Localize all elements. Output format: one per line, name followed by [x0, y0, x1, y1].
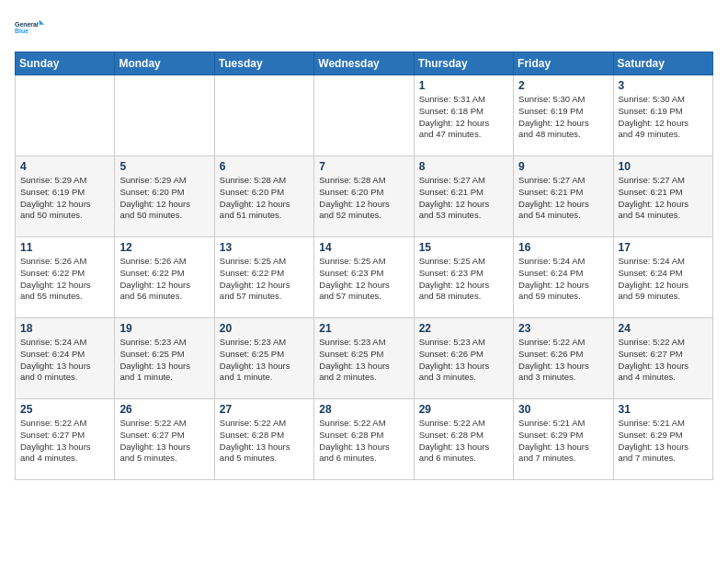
day-info: Sunrise: 5:22 AMSunset: 6:27 PMDaylight:…	[119, 418, 209, 465]
svg-marker-2	[40, 19, 44, 24]
day-header-thursday: Thursday	[414, 52, 513, 75]
day-info: Sunrise: 5:25 AMSunset: 6:23 PMDaylight:…	[319, 256, 408, 303]
day-number: 31	[619, 403, 708, 416]
day-number: 30	[518, 403, 608, 416]
day-number: 18	[20, 322, 109, 335]
day-number: 1	[419, 79, 508, 92]
day-info: Sunrise: 5:22 AMSunset: 6:28 PMDaylight:…	[319, 418, 408, 465]
day-info: Sunrise: 5:22 AMSunset: 6:26 PMDaylight:…	[518, 337, 608, 384]
day-info: Sunrise: 5:21 AMSunset: 6:29 PMDaylight:…	[619, 418, 708, 465]
calendar-cell: 18Sunrise: 5:24 AMSunset: 6:24 PMDayligh…	[16, 318, 115, 399]
day-number: 13	[220, 241, 309, 254]
day-number: 20	[220, 322, 309, 335]
day-info: Sunrise: 5:29 AMSunset: 6:19 PMDaylight:…	[20, 175, 109, 222]
calendar-table: SundayMondayTuesdayWednesdayThursdayFrid…	[15, 52, 713, 480]
day-number: 25	[20, 403, 109, 416]
calendar-cell: 28Sunrise: 5:22 AMSunset: 6:28 PMDayligh…	[314, 399, 414, 480]
calendar-cell	[16, 75, 115, 156]
calendar-cell: 10Sunrise: 5:27 AMSunset: 6:21 PMDayligh…	[613, 156, 712, 237]
day-number: 11	[20, 241, 109, 254]
day-number: 10	[619, 160, 708, 173]
day-number: 21	[319, 322, 408, 335]
day-info: Sunrise: 5:24 AMSunset: 6:24 PMDaylight:…	[518, 256, 608, 303]
day-info: Sunrise: 5:26 AMSunset: 6:22 PMDaylight:…	[20, 256, 109, 303]
day-header-saturday: Saturday	[613, 52, 712, 75]
day-number: 15	[419, 241, 508, 254]
calendar-cell: 13Sunrise: 5:25 AMSunset: 6:22 PMDayligh…	[214, 237, 313, 318]
day-number: 17	[619, 241, 708, 254]
calendar-cell: 6Sunrise: 5:28 AMSunset: 6:20 PMDaylight…	[214, 156, 313, 237]
page-header: GeneralBlue	[15, 15, 713, 40]
day-header-tuesday: Tuesday	[214, 52, 313, 75]
day-info: Sunrise: 5:29 AMSunset: 6:20 PMDaylight:…	[119, 175, 209, 222]
calendar-cell: 16Sunrise: 5:24 AMSunset: 6:24 PMDayligh…	[514, 237, 613, 318]
calendar-cell: 29Sunrise: 5:22 AMSunset: 6:28 PMDayligh…	[414, 399, 513, 480]
day-info: Sunrise: 5:25 AMSunset: 6:23 PMDaylight:…	[419, 256, 508, 303]
calendar-cell: 25Sunrise: 5:22 AMSunset: 6:27 PMDayligh…	[16, 399, 115, 480]
day-header-friday: Friday	[514, 52, 613, 75]
logo-icon: GeneralBlue	[15, 15, 44, 40]
calendar-cell: 17Sunrise: 5:24 AMSunset: 6:24 PMDayligh…	[613, 237, 712, 318]
day-number: 7	[319, 160, 408, 173]
calendar-cell: 5Sunrise: 5:29 AMSunset: 6:20 PMDaylight…	[115, 156, 214, 237]
calendar-cell: 19Sunrise: 5:23 AMSunset: 6:25 PMDayligh…	[115, 318, 214, 399]
calendar-cell	[214, 75, 313, 156]
day-number: 5	[119, 160, 209, 173]
calendar-header-row: SundayMondayTuesdayWednesdayThursdayFrid…	[16, 52, 713, 75]
day-info: Sunrise: 5:27 AMSunset: 6:21 PMDaylight:…	[419, 175, 508, 222]
calendar-cell: 22Sunrise: 5:23 AMSunset: 6:26 PMDayligh…	[414, 318, 513, 399]
calendar-cell: 3Sunrise: 5:30 AMSunset: 6:19 PMDaylight…	[613, 75, 712, 156]
calendar-cell: 9Sunrise: 5:27 AMSunset: 6:21 PMDaylight…	[514, 156, 613, 237]
calendar-cell: 27Sunrise: 5:22 AMSunset: 6:28 PMDayligh…	[214, 399, 313, 480]
day-number: 6	[220, 160, 309, 173]
day-number: 9	[518, 160, 608, 173]
day-info: Sunrise: 5:27 AMSunset: 6:21 PMDaylight:…	[619, 175, 708, 222]
day-number: 29	[419, 403, 508, 416]
calendar-cell: 14Sunrise: 5:25 AMSunset: 6:23 PMDayligh…	[314, 237, 414, 318]
day-number: 19	[119, 322, 209, 335]
svg-text:Blue: Blue	[15, 28, 28, 34]
day-info: Sunrise: 5:30 AMSunset: 6:19 PMDaylight:…	[518, 94, 608, 141]
calendar-cell: 8Sunrise: 5:27 AMSunset: 6:21 PMDaylight…	[414, 156, 513, 237]
week-row-2: 4Sunrise: 5:29 AMSunset: 6:19 PMDaylight…	[16, 156, 713, 237]
calendar-cell: 4Sunrise: 5:29 AMSunset: 6:19 PMDaylight…	[16, 156, 115, 237]
calendar-cell: 26Sunrise: 5:22 AMSunset: 6:27 PMDayligh…	[115, 399, 214, 480]
day-number: 16	[518, 241, 608, 254]
day-number: 26	[119, 403, 209, 416]
calendar-cell	[314, 75, 414, 156]
day-info: Sunrise: 5:23 AMSunset: 6:26 PMDaylight:…	[419, 337, 508, 384]
logo: GeneralBlue	[15, 15, 44, 40]
calendar-cell: 2Sunrise: 5:30 AMSunset: 6:19 PMDaylight…	[514, 75, 613, 156]
day-header-wednesday: Wednesday	[314, 52, 414, 75]
day-info: Sunrise: 5:31 AMSunset: 6:18 PMDaylight:…	[419, 94, 508, 141]
day-info: Sunrise: 5:27 AMSunset: 6:21 PMDaylight:…	[518, 175, 608, 222]
svg-text:General: General	[15, 21, 39, 28]
day-header-monday: Monday	[115, 52, 214, 75]
week-row-4: 18Sunrise: 5:24 AMSunset: 6:24 PMDayligh…	[16, 318, 713, 399]
day-number: 4	[20, 160, 109, 173]
day-info: Sunrise: 5:30 AMSunset: 6:19 PMDaylight:…	[619, 94, 708, 141]
calendar-cell: 12Sunrise: 5:26 AMSunset: 6:22 PMDayligh…	[115, 237, 214, 318]
day-info: Sunrise: 5:23 AMSunset: 6:25 PMDaylight:…	[220, 337, 309, 384]
day-info: Sunrise: 5:25 AMSunset: 6:22 PMDaylight:…	[220, 256, 309, 303]
day-header-sunday: Sunday	[16, 52, 115, 75]
calendar-cell: 31Sunrise: 5:21 AMSunset: 6:29 PMDayligh…	[613, 399, 712, 480]
day-info: Sunrise: 5:22 AMSunset: 6:28 PMDaylight:…	[220, 418, 309, 465]
day-info: Sunrise: 5:24 AMSunset: 6:24 PMDaylight:…	[20, 337, 109, 384]
day-info: Sunrise: 5:22 AMSunset: 6:28 PMDaylight:…	[419, 418, 508, 465]
day-info: Sunrise: 5:23 AMSunset: 6:25 PMDaylight:…	[119, 337, 209, 384]
day-number: 27	[220, 403, 309, 416]
calendar-cell	[115, 75, 214, 156]
day-info: Sunrise: 5:21 AMSunset: 6:29 PMDaylight:…	[518, 418, 608, 465]
calendar-cell: 1Sunrise: 5:31 AMSunset: 6:18 PMDaylight…	[414, 75, 513, 156]
day-number: 8	[419, 160, 508, 173]
calendar-cell: 30Sunrise: 5:21 AMSunset: 6:29 PMDayligh…	[514, 399, 613, 480]
day-info: Sunrise: 5:24 AMSunset: 6:24 PMDaylight:…	[619, 256, 708, 303]
calendar-cell: 21Sunrise: 5:23 AMSunset: 6:25 PMDayligh…	[314, 318, 414, 399]
calendar-cell: 11Sunrise: 5:26 AMSunset: 6:22 PMDayligh…	[16, 237, 115, 318]
day-number: 22	[419, 322, 508, 335]
calendar-cell: 24Sunrise: 5:22 AMSunset: 6:27 PMDayligh…	[613, 318, 712, 399]
day-number: 3	[619, 79, 708, 92]
day-number: 23	[518, 322, 608, 335]
day-info: Sunrise: 5:26 AMSunset: 6:22 PMDaylight:…	[119, 256, 209, 303]
